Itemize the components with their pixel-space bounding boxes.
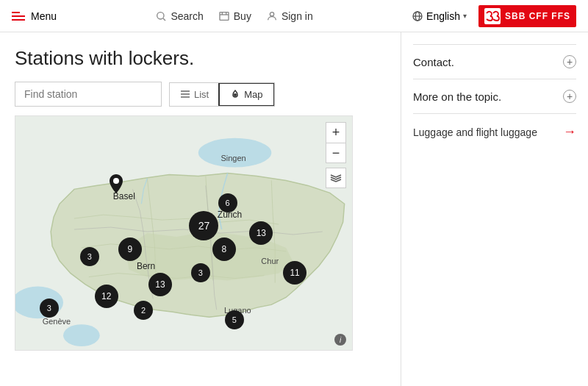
cluster-9[interactable]: 9: [118, 237, 142, 261]
list-view-button[interactable]: List: [170, 83, 219, 106]
list-icon: [180, 89, 190, 99]
svg-point-19: [113, 178, 119, 184]
sbb-logo-icon: [484, 8, 501, 24]
cluster-3-center[interactable]: 3: [191, 263, 210, 282]
svg-point-17: [63, 324, 100, 346]
luggage-link[interactable]: Luggage and flight luggage →: [413, 114, 576, 150]
map-info-button[interactable]: i: [334, 334, 346, 346]
layers-button[interactable]: [326, 168, 346, 188]
cluster-6[interactable]: 6: [218, 193, 237, 212]
menu-button[interactable]: Menu: [12, 10, 57, 22]
site-header: Menu Search Buy: [0, 0, 588, 32]
nav-buy-label: Buy: [234, 10, 251, 22]
language-label: English: [426, 10, 460, 22]
cluster-5[interactable]: 5: [225, 310, 244, 329]
svg-rect-2: [220, 12, 229, 20]
location-pin: [109, 174, 123, 196]
more-topic-label: More on the topic.: [413, 90, 501, 103]
header-right: English ▾ SBB CFF FFS: [412, 5, 576, 27]
nav-buy[interactable]: Buy: [218, 10, 251, 22]
cluster-13-center[interactable]: 13: [148, 273, 172, 296]
left-panel: Stations with lockers. List: [0, 32, 401, 386]
page-title: Stations with lockers.: [15, 47, 386, 70]
arrow-right-icon: →: [563, 124, 576, 140]
cluster-13-east[interactable]: 13: [249, 221, 273, 245]
search-input[interactable]: [15, 82, 162, 107]
svg-point-0: [157, 12, 164, 18]
search-icon: [155, 10, 167, 22]
svg-line-1: [163, 18, 165, 21]
more-topic-section[interactable]: More on the topic. +: [413, 79, 576, 114]
luggage-label: Luggage and flight luggage: [413, 126, 537, 138]
list-label: List: [194, 89, 209, 100]
nav-search[interactable]: Search: [155, 10, 203, 22]
map-icon: [230, 89, 240, 99]
layers-icon: [330, 172, 342, 184]
sbb-logo-text: SBB CFF FFS: [505, 11, 570, 21]
nav-search-label: Search: [171, 10, 203, 22]
map-controls: + −: [326, 122, 346, 188]
zoom-in-button[interactable]: +: [326, 122, 346, 143]
main-content: Stations with lockers. List: [0, 32, 588, 386]
more-topic-header: More on the topic. +: [413, 90, 576, 103]
cluster-3-sw[interactable]: 3: [40, 299, 59, 318]
main-nav: Search Buy Sign in: [74, 10, 394, 22]
cluster-8[interactable]: 8: [212, 237, 236, 261]
hamburger-icon: [12, 12, 25, 21]
language-selector[interactable]: English ▾: [412, 10, 467, 22]
nav-signin[interactable]: Sign in: [266, 10, 313, 22]
view-toggle: List Map: [169, 82, 275, 107]
cluster-3-west[interactable]: 3: [80, 247, 99, 266]
map-background: Basel Singen Zürich Chur Bern Genève Lug…: [15, 116, 352, 350]
menu-label: Menu: [31, 10, 57, 22]
globe-icon: [412, 10, 423, 22]
map-container[interactable]: Basel Singen Zürich Chur Bern Genève Lug…: [15, 115, 353, 351]
svg-point-15: [198, 138, 271, 168]
cluster-11[interactable]: 11: [283, 261, 306, 285]
map-label: Map: [244, 89, 262, 100]
timetable-icon: [218, 10, 230, 22]
nav-signin-label: Sign in: [282, 10, 313, 22]
contact-section[interactable]: Contact. +: [413, 44, 576, 79]
switzerland-map: [15, 116, 352, 350]
controls-bar: List Map: [15, 82, 386, 107]
pin-icon: [109, 174, 123, 193]
sbb-logo: SBB CFF FFS: [478, 5, 576, 27]
more-topic-expand-icon: +: [563, 90, 576, 103]
right-panel: Contact. + More on the topic. + Luggage …: [401, 32, 588, 386]
cluster-2[interactable]: 2: [134, 301, 153, 320]
contact-label: Contact.: [413, 56, 454, 68]
cluster-27[interactable]: 27: [189, 211, 218, 240]
chevron-down-icon: ▾: [463, 12, 467, 20]
contact-expand-icon: +: [563, 55, 576, 68]
svg-point-14: [234, 94, 236, 96]
map-view-button[interactable]: Map: [218, 82, 274, 107]
user-icon: [266, 10, 278, 22]
cluster-12[interactable]: 12: [95, 285, 118, 308]
zoom-out-button[interactable]: −: [326, 143, 346, 163]
contact-header: Contact. +: [413, 55, 576, 68]
svg-point-6: [270, 12, 273, 15]
